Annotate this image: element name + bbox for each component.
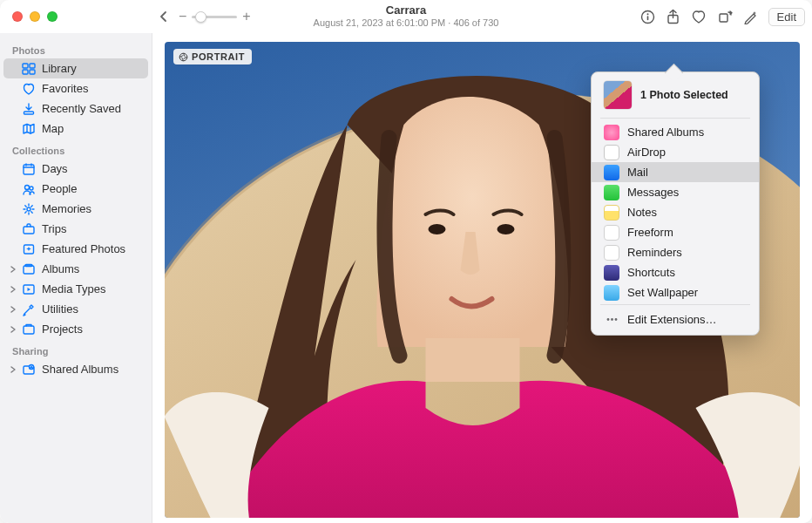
zoom-out-label: −: [179, 9, 186, 24]
utilities-icon: [21, 302, 36, 316]
sparkle-icon: [21, 241, 36, 256]
share-item-messages[interactable]: Messages: [592, 182, 759, 202]
chevron-right-icon: [9, 305, 17, 314]
share-item-label: Notes: [627, 206, 657, 219]
rotate-button[interactable]: [717, 10, 733, 24]
sidebar-item-label: Memories: [42, 202, 141, 215]
sidebar-item-map[interactable]: Map: [3, 119, 148, 139]
share-button[interactable]: [666, 9, 680, 24]
svg-rect-6: [30, 64, 35, 68]
share-item-label: Shared Albums: [627, 126, 704, 139]
sidebar-item-memories[interactable]: Memories: [3, 199, 148, 219]
sidebar: Photos LibraryFavoritesRecently SavedMap…: [0, 33, 152, 523]
album-icon: [21, 262, 36, 276]
photo-title: Carrara: [314, 3, 499, 17]
share-item-shortcuts[interactable]: Shortcuts: [592, 262, 759, 282]
sidebar-item-people[interactable]: People: [3, 179, 148, 199]
chevron-right-icon: [9, 365, 17, 374]
zoom-knob[interactable]: [195, 11, 206, 23]
sidebar-item-label: Library: [42, 62, 141, 75]
svg-rect-19: [24, 326, 34, 334]
sidebar-item-featured[interactable]: Featured Photos: [3, 239, 148, 259]
heart-icon: [21, 81, 36, 96]
chevron-right-icon: [9, 265, 17, 274]
zoom-slider[interactable]: − +: [179, 9, 251, 24]
auto-enhance-button[interactable]: [743, 10, 758, 24]
sidebar-item-label: Favorites: [42, 82, 141, 95]
zoom-track[interactable]: [192, 16, 237, 18]
share-menu-header: 1 Photo Selected: [592, 79, 759, 116]
share-item-shared-albums[interactable]: Shared Albums: [592, 122, 759, 142]
sidebar-header-collections: Collections: [0, 139, 152, 159]
photo-grid-icon: [21, 61, 36, 76]
sidebar-item-label: Projects: [42, 323, 141, 336]
svg-rect-9: [24, 112, 33, 114]
divider: [600, 118, 750, 119]
sidebar-item-trips[interactable]: Trips: [3, 219, 148, 239]
toolbar-left: − +: [152, 9, 251, 24]
sidebar-item-media-types[interactable]: Media Types: [3, 279, 148, 299]
chevron-right-icon: [9, 325, 17, 334]
titlebar: − + Carrara August 21, 2023 at 6:01:00 P…: [0, 0, 812, 33]
share-item-wallpaper[interactable]: Set Wallpaper: [592, 282, 759, 302]
sidebar-header-photos: Photos: [0, 38, 152, 58]
back-button[interactable]: [158, 10, 170, 23]
sidebar-item-shared-albums[interactable]: Shared Albums: [3, 359, 148, 379]
share-item-freeform[interactable]: Freeform: [592, 222, 759, 242]
suitcase-icon: [21, 221, 36, 236]
content-area: PORTRAIT 1 Photo Selected Shared AlbumsA…: [152, 33, 812, 523]
sidebar-header-sharing: Sharing: [0, 339, 152, 359]
photo-subtitle: August 21, 2023 at 6:01:00 PM · 406 of 7…: [314, 17, 499, 29]
share-item-notes[interactable]: Notes: [592, 202, 759, 222]
wallpaper-icon: [604, 285, 619, 301]
freeform-icon: [604, 225, 619, 241]
svg-rect-7: [23, 70, 28, 74]
memories-icon: [21, 201, 36, 216]
mediatypes-icon: [21, 282, 36, 296]
chevron-right-icon: [9, 285, 17, 294]
share-item-reminders[interactable]: Reminders: [592, 242, 759, 262]
share-item-label: Shortcuts: [627, 266, 675, 279]
sidebar-item-label: Media Types: [42, 282, 141, 295]
shared-albums-icon: [604, 125, 619, 140]
close-window-button[interactable]: [12, 11, 23, 22]
zoom-in-label: +: [242, 9, 250, 24]
share-item-label: Set Wallpaper: [627, 286, 698, 299]
edit-button[interactable]: Edit: [768, 8, 805, 26]
airdrop-icon: [604, 145, 619, 160]
share-item-mail[interactable]: Mail: [592, 162, 759, 182]
share-item-label: AirDrop: [627, 146, 666, 159]
portrait-badge: PORTRAIT: [173, 49, 252, 65]
svg-point-27: [606, 318, 609, 321]
sidebar-item-recently-saved[interactable]: Recently Saved: [3, 98, 148, 119]
svg-point-1: [646, 13, 648, 15]
sidebar-item-albums[interactable]: Albums: [3, 259, 148, 279]
svg-point-11: [24, 185, 29, 189]
edit-extensions-item[interactable]: Edit Extensions…: [592, 309, 759, 329]
svg-point-26: [179, 53, 187, 61]
favorite-button[interactable]: [691, 10, 707, 24]
sidebar-item-label: Recently Saved: [42, 102, 141, 115]
share-item-airdrop[interactable]: AirDrop: [592, 142, 759, 162]
divider: [600, 304, 750, 305]
svg-rect-14: [24, 227, 34, 234]
sidebar-item-utilities[interactable]: Utilities: [3, 299, 148, 319]
sidebar-item-label: Map: [42, 122, 141, 135]
sidebar-item-label: Utilities: [42, 302, 141, 316]
minimize-window-button[interactable]: [30, 11, 40, 22]
svg-point-28: [611, 318, 613, 321]
sidebar-item-projects[interactable]: Projects: [3, 319, 148, 339]
info-button[interactable]: [640, 10, 655, 24]
svg-rect-16: [24, 266, 34, 274]
svg-rect-2: [646, 16, 648, 20]
sidebar-item-library[interactable]: Library: [3, 58, 148, 78]
sidebar-item-favorites[interactable]: Favorites: [3, 78, 148, 98]
svg-point-12: [30, 187, 33, 190]
sidebar-item-days[interactable]: Days: [3, 159, 148, 179]
edit-extensions-label: Edit Extensions…: [627, 313, 717, 326]
fullscreen-window-button[interactable]: [47, 11, 58, 22]
extensions-icon: [604, 311, 619, 327]
svg-rect-8: [30, 70, 35, 74]
map-icon: [21, 121, 36, 136]
notes-icon: [604, 205, 619, 221]
